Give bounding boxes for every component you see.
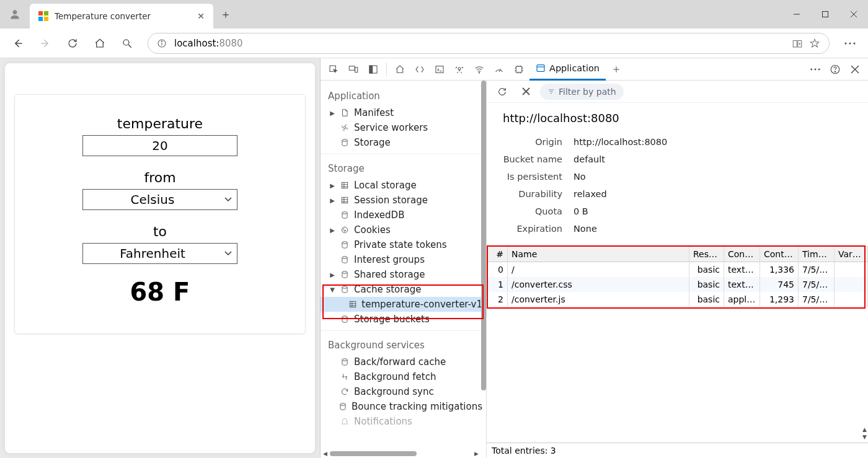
browser-toolbar: localhost:8080	[0, 29, 868, 58]
result-text: 68 F	[52, 278, 268, 306]
table-row[interactable]: 2/converter.jsbasicappli...1,2937/5/2...	[487, 292, 868, 307]
device-toolbar-icon[interactable]	[344, 60, 363, 79]
console-tab-icon[interactable]	[430, 60, 449, 79]
svg-point-21	[849, 42, 851, 44]
browser-tab[interactable]: Temperature converter ✕	[30, 4, 213, 29]
sources-tab-icon[interactable]	[450, 60, 469, 79]
devtools-close-icon[interactable]	[846, 60, 864, 79]
site-info-icon[interactable]	[157, 38, 167, 48]
favorite-icon[interactable]	[809, 38, 820, 49]
sidebar-item-private-state-tokens[interactable]: ▶Private state tokens	[321, 237, 486, 252]
dock-side-icon[interactable]	[364, 60, 383, 79]
sidebar-item-shared-storage[interactable]: ▶Shared storage	[321, 267, 486, 282]
svg-point-69	[342, 257, 347, 259]
cache-durability-value: relaxed	[574, 189, 607, 199]
svg-point-76	[342, 316, 347, 319]
svg-point-54	[342, 139, 347, 142]
sidebar-item-notifications[interactable]: ▶Notifications	[321, 414, 486, 429]
tab-title: Temperature converter	[55, 11, 151, 21]
temperature-input[interactable]	[82, 135, 237, 156]
svg-rect-16	[793, 40, 797, 47]
scroll-left-arrow-icon[interactable]: ◀	[323, 451, 327, 457]
sidebar-item-background-fetch[interactable]: ▶Background fetch	[321, 369, 486, 384]
svg-point-15	[161, 41, 162, 42]
cache-table-header[interactable]: # Name Resp... Cont... Conte... Time ...…	[487, 246, 868, 262]
table-row[interactable]: 0/basictext/...1,3367/5/2...	[487, 262, 868, 277]
search-button[interactable]	[115, 32, 139, 55]
inspect-element-icon[interactable]	[324, 60, 343, 79]
sidebar-item-cookies[interactable]: ▶Cookies	[321, 222, 486, 237]
detail-v-scroll-buttons[interactable]: ▲▼	[862, 426, 867, 440]
application-tab[interactable]: Application	[529, 58, 606, 81]
tab-close-icon[interactable]: ✕	[197, 11, 205, 21]
sidebar-item-bounce-tracking[interactable]: ▶Bounce tracking mitigations	[321, 399, 486, 414]
sidebar-item-manifest[interactable]: ▶Manifest	[321, 105, 486, 120]
svg-point-71	[342, 286, 347, 289]
svg-point-46	[810, 68, 812, 70]
performance-tab-icon[interactable]	[490, 60, 508, 79]
application-sidebar[interactable]: ▲ Application ▶Manifest ▶Service workers…	[321, 81, 487, 458]
window-close-button[interactable]	[839, 0, 868, 29]
sidebar-h-scrollbar[interactable]	[330, 451, 417, 456]
sidebar-item-session-storage[interactable]: ▶Session storage	[321, 193, 486, 208]
nav-forward-button[interactable]	[33, 32, 57, 55]
window-minimize-button[interactable]	[782, 0, 811, 29]
cache-quota-value: 0 B	[574, 206, 588, 216]
url-text: localhost:8080	[174, 38, 784, 49]
svg-point-53	[343, 126, 346, 129]
sidebar-item-indexeddb[interactable]: ▶IndexedDB	[321, 208, 486, 222]
svg-rect-28	[436, 66, 443, 73]
more-tabs-button[interactable]	[607, 60, 626, 79]
devtools-settings-icon[interactable]	[806, 60, 825, 79]
sidebar-item-cache-storage[interactable]: ▼Cache storage	[321, 282, 486, 297]
svg-rect-6	[823, 12, 828, 17]
scroll-right-arrow-icon[interactable]: ▶	[474, 451, 479, 457]
devtools-tabbar: Application	[321, 58, 868, 81]
elements-tab-icon[interactable]	[410, 60, 429, 79]
cache-table-body[interactable]: 0/basictext/...1,3367/5/2...1/converter.…	[487, 262, 868, 307]
to-select[interactable]: Fahrenheit	[82, 243, 237, 264]
svg-point-78	[340, 403, 345, 406]
table-row[interactable]: 1/converter.cssbasictext/c...7457/5/2...	[487, 277, 868, 292]
refresh-cache-button[interactable]	[493, 82, 512, 101]
sidebar-item-storage-overview[interactable]: ▶Storage	[321, 135, 486, 150]
profile-button[interactable]	[0, 0, 30, 29]
sidebar-item-service-workers[interactable]: ▶Service workers	[321, 120, 486, 135]
svg-point-66	[345, 231, 346, 231]
home-button[interactable]	[88, 32, 112, 55]
svg-rect-2	[44, 11, 48, 15]
svg-point-11	[123, 40, 129, 45]
delete-selected-button[interactable]	[516, 82, 535, 101]
reload-button[interactable]	[61, 32, 84, 55]
nav-back-button[interactable]	[6, 32, 30, 55]
svg-rect-4	[44, 17, 48, 21]
sidebar-item-interest-groups[interactable]: ▶Interest groups	[321, 252, 486, 267]
svg-point-48	[818, 68, 820, 70]
sidebar-item-local-storage[interactable]: ▶Local storage	[321, 178, 486, 193]
windows-logo-icon	[38, 11, 48, 21]
window-titlebar: Temperature converter ✕ ＋	[0, 0, 868, 29]
sidebar-item-background-sync[interactable]: ▶Background sync	[321, 384, 486, 399]
svg-rect-3	[38, 17, 43, 21]
filter-by-path-input[interactable]: Filter by path	[540, 84, 624, 100]
sidebar-item-storage-buckets[interactable]: ▶Storage buckets	[321, 312, 486, 327]
devtools-help-icon[interactable]	[826, 60, 844, 79]
menu-button[interactable]	[838, 32, 862, 55]
sidebar-section-background-services: Background services	[321, 335, 486, 355]
from-label: from	[52, 170, 268, 185]
address-bar[interactable]: localhost:8080	[148, 33, 830, 54]
sidebar-scrollbar[interactable]	[481, 81, 486, 390]
sidebar-item-bf-cache[interactable]: ▶Back/forward cache	[321, 355, 486, 369]
new-tab-button[interactable]: ＋	[213, 0, 238, 29]
svg-point-64	[342, 227, 347, 232]
from-select[interactable]: Celsius	[82, 189, 237, 210]
welcome-tab-icon[interactable]	[391, 60, 409, 79]
network-tab-icon[interactable]	[470, 60, 489, 79]
svg-line-12	[128, 45, 131, 48]
sidebar-item-cache-entry[interactable]: temperature-converter-v1	[321, 297, 486, 312]
svg-point-68	[342, 242, 347, 244]
cache-expiration-value: None	[574, 224, 597, 234]
window-maximize-button[interactable]	[811, 0, 839, 29]
collections-icon[interactable]	[792, 38, 803, 49]
memory-tab-icon[interactable]	[510, 60, 528, 79]
